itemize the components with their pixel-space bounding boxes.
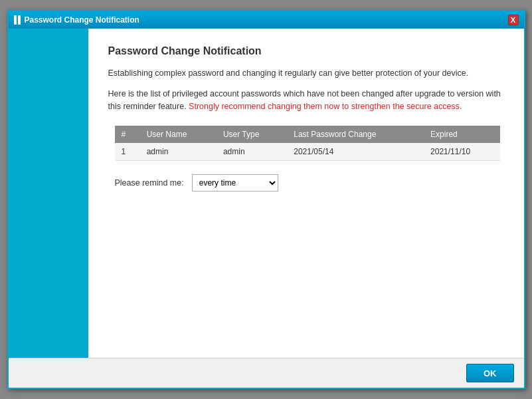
title-bar-left: Password Change Notification [14,15,139,25]
table-container: # User Name User Type Last Password Chan… [115,126,504,161]
col-lastchange: Last Password Change [287,126,424,143]
col-username: User Name [140,126,217,143]
cell-num: 1 [115,143,140,161]
warning-text: Here is the list of privileged account p… [108,88,504,113]
right-panel: Password Change Notification Establishin… [88,29,524,358]
left-panel [9,29,88,358]
remind-row: Please remind me: every timeonce a dayon… [115,174,504,192]
ok-button[interactable]: OK [466,364,514,382]
cell-userType: admin [217,143,287,161]
cell-lastPasswordChange: 2021/05/14 [287,143,424,161]
close-button[interactable]: X [508,15,519,25]
remind-select[interactable]: every timeonce a dayonce a weeknever [192,174,278,192]
dialog-window: Password Change Notification X Password … [7,10,525,389]
col-usertype: User Type [217,126,287,143]
dialog-body: Password Change Notification Establishin… [9,29,524,358]
table-row: 1adminadmin2021/05/142021/11/10 [115,143,500,161]
warning-red: Strongly recommend changing them now to … [189,102,462,111]
col-num: # [115,126,140,143]
dialog-icon [14,15,21,25]
cell-userName: admin [140,143,217,161]
table-header-row: # User Name User Type Last Password Chan… [115,126,500,143]
cell-expired: 2021/11/10 [424,143,499,161]
title-bar: Password Change Notification X [9,11,524,29]
remind-label: Please remind me: [115,178,184,188]
title-bar-title: Password Change Notification [25,15,139,25]
accounts-table: # User Name User Type Last Password Chan… [115,126,500,161]
info-text: Establishing complex password and changi… [108,67,504,80]
col-expired: Expired [424,126,499,143]
dialog-footer: OK [9,358,524,388]
dialog-heading: Password Change Notification [108,45,504,57]
